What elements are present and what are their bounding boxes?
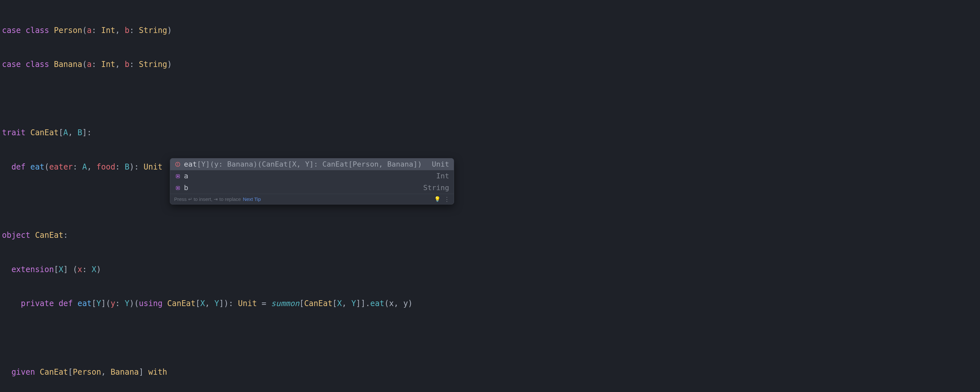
next-tip-link[interactable]: Next Tip [243,196,261,203]
type: A [82,163,87,172]
keyword: private [21,299,54,308]
keyword: using [139,299,162,308]
code-line[interactable] [2,93,980,105]
completion-type: Int [430,171,449,181]
object-name: CanEat [35,231,64,240]
completion-footer: Press ↵ to insert, ⇥ to replace Next Tip… [170,194,454,204]
code-line[interactable]: private def eat[Y](y: Y)(using CanEat[X,… [2,298,980,309]
type: Int [101,26,115,35]
code-line[interactable]: def eat(eater: A, food: B): Unit [2,161,980,173]
param: b [125,60,129,69]
type: Unit [144,163,163,172]
arg: y [403,299,408,308]
class-name: Person [54,26,82,35]
method-name: eat [78,299,91,308]
keyword: case [2,26,21,35]
completion-label: b [184,183,417,193]
field-icon [175,185,181,191]
completion-popup[interactable]: eat[Y](y: Banana)(CanEat[X, Y]: CanEat[P… [170,158,454,204]
keyword: with [148,368,167,377]
type: X [200,299,205,308]
code-line[interactable] [2,196,980,207]
svg-rect-6 [177,187,179,189]
type: X [337,299,342,308]
svg-rect-2 [177,163,178,165]
param: y [110,299,115,308]
type: Int [101,60,115,69]
method-name: eat [30,163,45,172]
type: Unit [238,299,257,308]
svg-rect-4 [177,175,179,177]
field-icon [175,173,181,179]
type-param: B [78,128,82,137]
type: Y [214,299,219,308]
error-icon [175,161,181,167]
completion-label: eat[Y](y: Banana)(CanEat[X, Y]: CanEat[P… [184,159,425,169]
code-line[interactable]: trait CanEat[A, B]: [2,127,980,139]
svg-point-1 [177,165,178,166]
keyword: class [25,26,49,35]
keyword: object [2,231,30,240]
call: summon [271,299,299,308]
code-line[interactable]: object CanEat: [2,229,980,241]
keyword: def [59,299,73,308]
keyword: def [11,163,25,172]
keyword: given [11,368,35,377]
completion-item[interactable]: a Int [170,170,454,182]
keyword: class [25,60,49,69]
type: Y [125,299,129,308]
type: String [139,26,167,35]
completion-hint: Press ↵ to insert, ⇥ to replace [174,196,241,203]
completion-item[interactable]: eat[Y](y: Banana)(CanEat[X, Y]: CanEat[P… [170,158,454,170]
keyword: extension [11,265,54,274]
code-editor[interactable]: case class Person(a: Int, b: String) cas… [0,0,980,392]
type-param: X [59,265,63,274]
type: String [139,60,167,69]
code-line[interactable]: extension[X] (x: X) [2,264,980,276]
type: CanEat [40,368,68,377]
completion-type: Unit [425,159,449,169]
code-line[interactable] [2,332,980,344]
param: a [87,60,91,69]
completion-type: String [417,183,449,193]
param: a [87,26,91,35]
more-icon[interactable]: ⋮ [444,196,450,202]
keyword: trait [2,128,25,137]
type: Person [73,368,101,377]
type: X [92,265,96,274]
completion-label: a [184,171,430,181]
trait-name: CanEat [30,128,59,137]
type: Y [351,299,356,308]
call: eat [370,299,384,308]
arg: x [389,299,394,308]
class-name: Banana [54,60,82,69]
type: B [125,163,129,172]
type-param: Y [96,299,101,308]
type-param: A [64,128,68,137]
param: food [96,163,115,172]
keyword: case [2,60,21,69]
lightbulb-icon[interactable]: 💡 [434,195,441,203]
type: Banana [110,368,139,377]
code-line[interactable]: case class Banana(a: Int, b: String) [2,59,980,70]
param: eater [49,163,73,172]
param: b [125,26,129,35]
completion-item[interactable]: b String [170,182,454,194]
type: CanEat [304,299,332,308]
param: x [78,265,82,274]
code-line[interactable]: given CanEat[Person, Banana] with [2,367,980,378]
type: CanEat [167,299,196,308]
code-line[interactable]: case class Person(a: Int, b: String) [2,25,980,36]
